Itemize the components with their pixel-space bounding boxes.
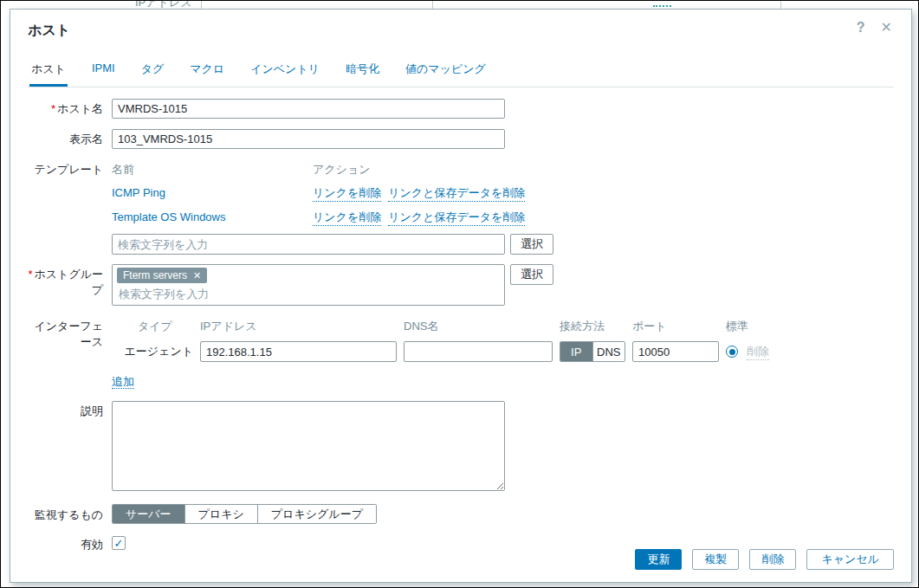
enabled-checkbox[interactable]: ✓ bbox=[112, 536, 126, 550]
template-unlink-link[interactable]: リンクを削除 bbox=[313, 185, 381, 202]
chip-remove-icon[interactable]: ✕ bbox=[193, 270, 201, 281]
template-select-button[interactable]: 選択 bbox=[510, 234, 553, 255]
interfaces-column-connect: 接続方法 bbox=[560, 319, 625, 334]
template-search-input[interactable] bbox=[112, 234, 505, 255]
interface-add-link[interactable]: 追加 bbox=[112, 375, 134, 389]
tab-inventory[interactable]: インベントリ bbox=[249, 58, 321, 87]
enabled-label: 有効 bbox=[28, 536, 112, 552]
close-icon[interactable]: ✕ bbox=[881, 20, 892, 36]
interfaces-table-header: タイプ IPアドレス DNS名 接続方法 ポート 標準 bbox=[112, 319, 894, 334]
tab-tags[interactable]: タグ bbox=[139, 58, 166, 87]
host-group-chip-label: Fterm servers bbox=[123, 269, 187, 281]
interfaces-column-ip: IPアドレス bbox=[200, 319, 397, 334]
tab-value-mapping[interactable]: 値のマッピング bbox=[404, 58, 488, 87]
host-groups-select-button[interactable]: 選択 bbox=[510, 264, 553, 285]
monitored-by-label: 監視するもの bbox=[28, 504, 112, 524]
host-name-label: *ホスト名 bbox=[28, 99, 112, 119]
check-icon: ✓ bbox=[114, 537, 124, 550]
update-button[interactable]: 更新 bbox=[635, 549, 682, 570]
tab-encryption[interactable]: 暗号化 bbox=[344, 58, 381, 87]
templates-table-header: 名前 アクション bbox=[112, 162, 894, 178]
connect-dns-option[interactable]: DNS bbox=[592, 342, 625, 361]
interface-dns-input[interactable] bbox=[404, 341, 553, 362]
tab-host[interactable]: ホスト bbox=[29, 58, 68, 87]
delete-button[interactable]: 削除 bbox=[749, 549, 796, 570]
cancel-button[interactable]: キャンセル bbox=[806, 549, 894, 570]
template-link[interactable]: Template OS Windows bbox=[112, 210, 226, 223]
interface-row: エージェント IP DNS 削除 bbox=[112, 341, 894, 362]
host-groups-label: *ホストグループ bbox=[28, 264, 112, 306]
interface-ip-input[interactable] bbox=[200, 341, 397, 362]
template-row: ICMP Ping リンクを削除 リンクと保存データを削除 bbox=[112, 185, 894, 202]
interfaces-label: インターフェース bbox=[28, 316, 112, 390]
host-groups-multiselect[interactable]: Fterm servers ✕ 検索文字列を入力 bbox=[112, 264, 505, 306]
monitored-by-proxy-option[interactable]: プロキシ bbox=[184, 505, 257, 523]
connect-method-toggle: IP DNS bbox=[560, 341, 625, 362]
monitored-by-server-option[interactable]: サーバー bbox=[113, 505, 184, 523]
required-asterisk: * bbox=[28, 268, 32, 281]
required-asterisk: * bbox=[51, 102, 55, 115]
template-unlink-clear-link[interactable]: リンクと保存データを削除 bbox=[388, 185, 525, 202]
host-dialog: ホスト ? ✕ ホスト IPMI タグ マクロ インベントリ 暗号化 値のマッピ… bbox=[10, 9, 912, 583]
template-row: Template OS Windows リンクを削除 リンクと保存データを削除 bbox=[112, 210, 894, 226]
host-group-chip: Fterm servers ✕ bbox=[117, 268, 207, 283]
help-icon[interactable]: ? bbox=[857, 20, 865, 36]
interfaces-column-type: タイプ bbox=[112, 319, 193, 334]
interface-remove-link: 削除 bbox=[747, 344, 769, 360]
description-label: 説明 bbox=[28, 401, 112, 494]
monitored-by-proxy-group-option[interactable]: プロキシグループ bbox=[257, 505, 376, 523]
visible-name-label: 表示名 bbox=[28, 129, 112, 149]
dialog-footer: 更新 複製 削除 キャンセル bbox=[635, 549, 894, 570]
monitored-by-segmented-control: サーバー プロキシ プロキシグループ bbox=[112, 504, 377, 524]
interface-port-input[interactable] bbox=[632, 341, 719, 362]
tab-macros[interactable]: マクロ bbox=[188, 58, 226, 87]
dialog-title: ホスト bbox=[28, 22, 894, 40]
host-groups-search-placeholder: 検索文字列を入力 bbox=[117, 287, 500, 302]
visible-name-input[interactable] bbox=[112, 129, 505, 149]
template-link[interactable]: ICMP Ping bbox=[112, 186, 165, 199]
screenshot-root: IPアドレス ホスト ? ✕ ホスト IPMI タグ マクロ インベントリ 暗号… bbox=[0, 0, 919, 588]
interfaces-column-dns: DNS名 bbox=[404, 319, 553, 334]
templates-label: テンプレート bbox=[28, 159, 112, 255]
template-unlink-link[interactable]: リンクを削除 bbox=[313, 210, 381, 226]
dialog-tabs: ホスト IPMI タグ マクロ インベントリ 暗号化 値のマッピング bbox=[28, 58, 894, 87]
background-link-fragment bbox=[653, 5, 671, 7]
default-interface-radio[interactable] bbox=[726, 346, 738, 358]
host-name-input[interactable] bbox=[112, 99, 505, 119]
description-textarea[interactable] bbox=[112, 401, 505, 491]
interfaces-column-default: 標準 bbox=[726, 319, 748, 334]
tab-ipmi[interactable]: IPMI bbox=[90, 58, 117, 87]
connect-ip-option[interactable]: IP bbox=[560, 342, 592, 361]
clone-button[interactable]: 複製 bbox=[692, 549, 739, 570]
interface-type-label: エージェント bbox=[112, 344, 193, 359]
templates-column-action: アクション bbox=[313, 162, 371, 178]
templates-column-name: 名前 bbox=[112, 162, 313, 178]
template-unlink-clear-link[interactable]: リンクと保存データを削除 bbox=[388, 210, 525, 226]
interfaces-column-port: ポート bbox=[632, 319, 719, 334]
